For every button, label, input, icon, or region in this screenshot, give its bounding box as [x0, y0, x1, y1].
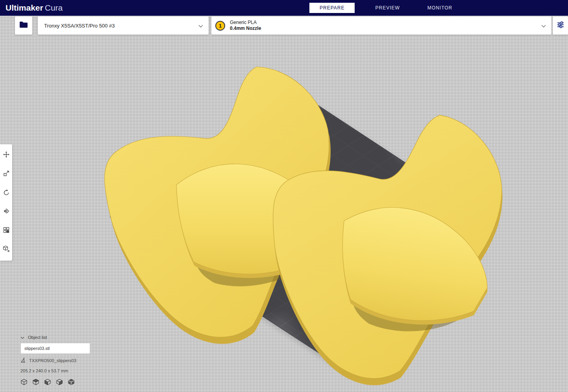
support-blocker-button[interactable]: [0, 240, 12, 259]
support-blocker-icon: [3, 245, 10, 254]
move-tool-button[interactable]: [0, 146, 12, 165]
tab-monitor[interactable]: MONITOR: [420, 3, 459, 13]
model-info-row: TXXPRO500_slippers03: [20, 357, 76, 364]
viewport-3d[interactable]: [0, 0, 568, 392]
object-list-item[interactable]: slippers03.stl: [20, 343, 90, 354]
view-buttons-row: [20, 379, 75, 387]
chevron-down-icon: [20, 335, 24, 340]
rotate-tool-button[interactable]: [0, 184, 12, 202]
app-logo: UltimakerCura: [6, 3, 63, 13]
front-view-icon: [32, 379, 39, 387]
nozzle-size: 0.4mm Nozzle: [230, 26, 541, 31]
3d-view-icon: [20, 379, 28, 387]
stage-tabs: PREPARE PREVIEW MONITOR: [309, 0, 459, 16]
right-view-icon: [68, 379, 75, 387]
print-settings-button[interactable]: [553, 17, 568, 35]
material-name: Generic PLA: [230, 20, 541, 26]
chevron-down-icon: [541, 22, 546, 29]
per-model-settings-button[interactable]: [0, 221, 12, 240]
scale-tool-button[interactable]: [0, 165, 12, 184]
tab-preview[interactable]: PREVIEW: [368, 3, 407, 13]
mirror-icon: [3, 208, 9, 216]
folder-icon: [19, 21, 28, 30]
model-icon: [20, 357, 26, 364]
brand-ultimaker: Ultimaker: [6, 3, 43, 12]
left-view-button[interactable]: [56, 379, 63, 387]
object-file-name: slippers03.stl: [24, 346, 50, 351]
extruder-badge: 1: [215, 21, 225, 31]
per-model-settings-icon: [3, 227, 9, 235]
3d-view-button[interactable]: [20, 379, 28, 387]
object-list-title: Object list: [28, 335, 47, 340]
chevron-down-icon: [198, 22, 203, 29]
model-name: TXXPRO500_slippers03: [29, 358, 76, 363]
mirror-tool-button[interactable]: [0, 202, 12, 221]
model-dimensions: 205.2 x 240.0 x 53.7 mm: [20, 368, 68, 373]
right-view-button[interactable]: [68, 379, 75, 387]
printer-name: Tronxy X5SA/X5ST/Pro 500 #3: [44, 23, 198, 29]
scale-icon: [3, 170, 9, 178]
rotate-icon: [3, 189, 9, 197]
top-view-icon: [44, 379, 51, 387]
model-tool-panel: [0, 144, 12, 261]
tab-prepare[interactable]: PREPARE: [309, 3, 355, 13]
left-view-icon: [56, 379, 63, 387]
material-selector[interactable]: 1 Generic PLA 0.4mm Nozzle: [211, 17, 551, 35]
sliders-icon: [557, 21, 564, 30]
header: UltimakerCura PREPARE PREVIEW MONITOR: [0, 0, 568, 16]
front-view-button[interactable]: [32, 379, 39, 387]
open-file-button[interactable]: [15, 17, 32, 35]
printer-selector[interactable]: Tronxy X5SA/X5ST/Pro 500 #3: [38, 17, 209, 35]
top-view-button[interactable]: [44, 379, 51, 387]
move-icon: [3, 151, 9, 159]
brand-cura: Cura: [45, 3, 63, 12]
material-info: Generic PLA 0.4mm Nozzle: [230, 20, 541, 31]
scene: [0, 0, 568, 392]
object-list-toggle[interactable]: Object list: [20, 335, 47, 340]
